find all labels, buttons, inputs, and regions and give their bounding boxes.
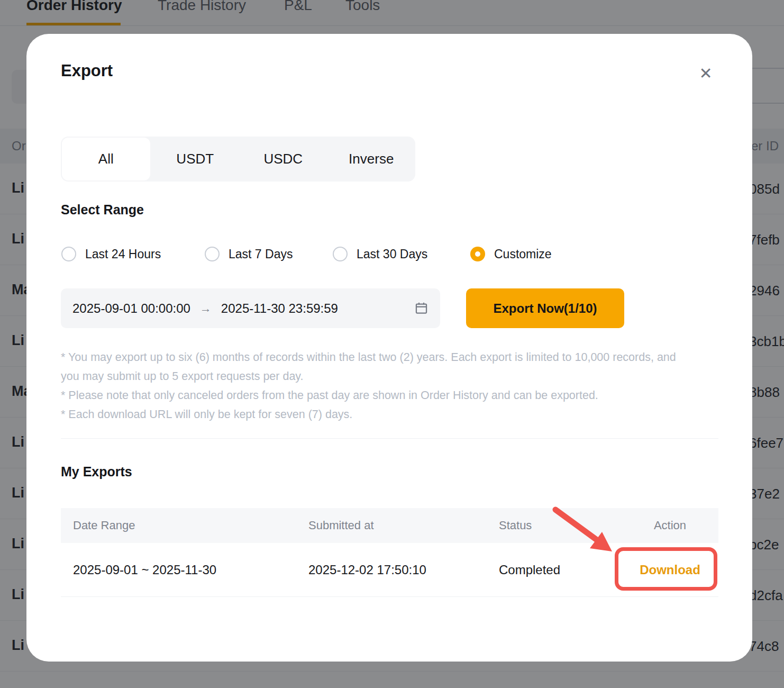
market-type-tabs: All USDT USDC Inverse: [61, 137, 415, 182]
tab-inverse[interactable]: Inverse: [327, 137, 416, 182]
col-date-range: Date Range: [61, 508, 296, 543]
export-date-range: 2025-09-01 ~ 2025-11-30: [61, 543, 296, 596]
select-range-heading: Select Range: [61, 202, 144, 218]
section-divider: [61, 438, 718, 439]
export-now-button[interactable]: Export Now(1/10): [466, 288, 624, 328]
col-submitted-at: Submitted at: [296, 508, 487, 543]
radio-circle-icon: [205, 247, 220, 261]
note-line: * You may export up to six (6) months of…: [61, 348, 688, 386]
export-modal: Export ✕ All USDT USDC Inverse Select Ra…: [26, 34, 752, 662]
col-action: Action: [622, 508, 718, 543]
radio-circle-icon: [470, 247, 485, 261]
exports-table-header: Date Range Submitted at Status Action: [61, 508, 718, 543]
radio-last-24-hours[interactable]: Last 24 Hours: [61, 247, 161, 261]
radio-circle-icon: [333, 247, 348, 261]
modal-title: Export: [61, 61, 113, 80]
arrow-right-icon: →: [200, 302, 212, 315]
export-notes: * You may export up to six (6) months of…: [61, 348, 688, 424]
export-submitted-at: 2025-12-02 17:50:10: [296, 543, 487, 596]
start-date-value: 2025-09-01 00:00:00: [72, 301, 190, 316]
download-link[interactable]: Download: [640, 563, 700, 577]
end-date-value: 2025-11-30 23:59:59: [221, 301, 338, 316]
export-status: Completed: [487, 543, 622, 596]
screen: Order History Trade History P&L Tools Or…: [0, 0, 784, 688]
tab-usdc[interactable]: USDC: [239, 137, 327, 182]
tab-usdt[interactable]: USDT: [151, 137, 240, 182]
radio-last-7-days[interactable]: Last 7 Days: [205, 247, 293, 261]
tab-all[interactable]: All: [62, 138, 150, 180]
close-icon[interactable]: ✕: [694, 61, 717, 85]
my-exports-table: Date Range Submitted at Status Action 20…: [61, 508, 718, 597]
range-options: Last 24 Hours Last 7 Days Last 30 Days C…: [26, 247, 752, 264]
radio-last-30-days[interactable]: Last 30 Days: [333, 247, 427, 261]
col-status: Status: [487, 508, 622, 543]
my-exports-heading: My Exports: [61, 464, 132, 479]
radio-circle-icon: [61, 247, 76, 261]
calendar-icon[interactable]: [414, 301, 429, 315]
date-range-input[interactable]: 2025-09-01 00:00:00 → 2025-11-30 23:59:5…: [61, 288, 440, 328]
note-line: * Each download URL will only be kept fo…: [61, 405, 688, 424]
radio-customize[interactable]: Customize: [470, 247, 552, 261]
note-line: * Please note that only canceled orders …: [61, 386, 688, 405]
export-record-row: 2025-09-01 ~ 2025-11-30 2025-12-02 17:50…: [61, 543, 718, 597]
